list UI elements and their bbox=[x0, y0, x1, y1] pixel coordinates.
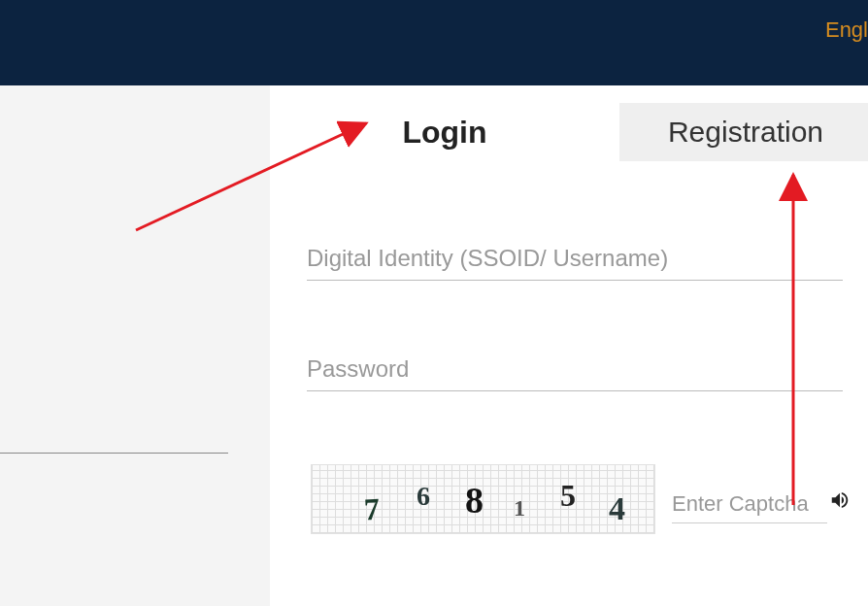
captcha-digits: 7 6 8 1 5 4 bbox=[312, 465, 654, 533]
captcha-digit: 5 bbox=[560, 478, 576, 514]
main-panel: Login Registration 7 6 8 1 5 4 bbox=[270, 85, 868, 606]
captcha-digit: 1 bbox=[514, 495, 525, 522]
ssoid-input[interactable] bbox=[307, 237, 843, 281]
tab-login[interactable]: Login bbox=[270, 103, 619, 161]
tab-registration[interactable]: Registration bbox=[619, 103, 868, 161]
left-sidebar bbox=[0, 85, 270, 606]
captcha-digit: 8 bbox=[465, 479, 484, 522]
captcha-digit: 4 bbox=[609, 490, 625, 527]
sidebar-divider bbox=[0, 453, 228, 454]
captcha-input[interactable] bbox=[672, 486, 827, 523]
captcha-digit: 6 bbox=[417, 481, 430, 512]
language-selector[interactable]: Engl bbox=[825, 17, 868, 43]
captcha-digit: 7 bbox=[363, 491, 381, 528]
password-input[interactable] bbox=[307, 348, 843, 391]
captcha-image: 7 6 8 1 5 4 bbox=[311, 464, 655, 534]
header-bar: Engl bbox=[0, 0, 868, 85]
speaker-icon[interactable] bbox=[829, 489, 851, 517]
